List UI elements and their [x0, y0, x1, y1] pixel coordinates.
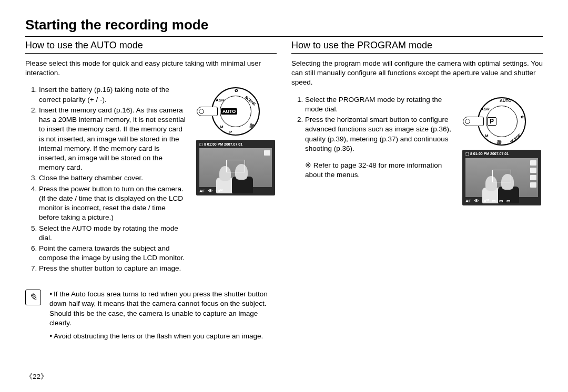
- redeye-icon: 👁: [474, 199, 479, 203]
- note-item-2: Avoid obstructing the lens or the flash …: [49, 332, 271, 342]
- auto-step-1: Insert the battery (p.16) taking note of…: [39, 85, 187, 104]
- focus-rect-icon: [492, 170, 511, 182]
- left-column: How to use the AUTO mode Please select t…: [25, 40, 277, 345]
- size-icon: [530, 168, 536, 173]
- dial-label-program: P: [487, 117, 496, 126]
- dial-label-auto: AUTO: [221, 108, 237, 115]
- drive-icon: ▭: [492, 199, 496, 203]
- mode-dial-program-icon: AUTO ✿ SCENE 🎥 M ASR P: [478, 97, 526, 146]
- note-item-1: If the Auto focus area turns to red when…: [49, 290, 271, 329]
- auto-step-5: Select the AUTO mode by rotating the mod…: [39, 224, 187, 243]
- auto-mode-body: Insert the battery (p.16) taking note of…: [25, 85, 277, 274]
- quality-icon: [530, 175, 536, 180]
- note-icon: ✎: [25, 290, 41, 305]
- program-mode-body: Select the PROGRAM mode by rotating the …: [291, 95, 543, 205]
- auto-step-7: Press the shutter button to capture an i…: [39, 264, 187, 273]
- page-title: Starting the recording mode: [25, 17, 543, 37]
- page-number: 《22》: [25, 372, 48, 381]
- right-column: How to use the PROGRAM mode Selecting th…: [291, 40, 543, 345]
- focus-rect-icon: [226, 160, 245, 172]
- lcd-count: 10ᴹ: [482, 199, 489, 203]
- note-list: If the Auto focus area turns to red when…: [49, 290, 271, 345]
- auto-mode-steps: Insert the battery (p.16) taking note of…: [28, 85, 187, 273]
- program-step-1: Select the PROGRAM mode by rotating the …: [305, 95, 453, 114]
- camera-icon: [530, 160, 536, 166]
- two-column-layout: How to use the AUTO mode Please select t…: [25, 40, 543, 345]
- lcd-count: 10ᴹ: [216, 189, 222, 193]
- lcd-top-status: ⬚ 8 01:00 PM 2007.07.01: [199, 141, 272, 147]
- mode-dial-auto-icon: ✿ SCENE 🎥 P M ASR AUTO: [211, 87, 260, 136]
- auto-step-3: Close the battery chamber cover.: [39, 173, 187, 183]
- dial-pointer-icon: [463, 117, 484, 126]
- lcd-right-icons: [263, 150, 271, 185]
- meter-icon: [530, 182, 536, 188]
- note-box: ✎ If the Auto focus area turns to red wh…: [25, 290, 277, 345]
- auto-mode-intro: Please select this mode for quick and ea…: [25, 59, 277, 78]
- ev-icon: ▭: [506, 199, 511, 203]
- lcd-bottom-status: AF 👁 10ᴹ: [199, 188, 272, 194]
- redeye-icon: 👁: [208, 189, 212, 193]
- auto-step-4: Press the power button to turn on the ca…: [39, 184, 187, 223]
- auto-step-6: Point the camera towards the subject and…: [39, 244, 187, 263]
- lcd-preview-auto: ⬚ 8 01:00 PM 2007.07.01 AF 👁 10ᴹ: [196, 140, 275, 195]
- lcd-af-label: AF: [465, 199, 471, 203]
- dial-pointer-icon: [197, 107, 218, 116]
- program-reference-note: ※ Refer to page 32-48 for more informati…: [291, 161, 453, 180]
- iso-icon: ▭: [499, 199, 503, 203]
- lcd-right-icons: [530, 160, 537, 195]
- program-mode-illustrations: AUTO ✿ SCENE 🎥 M ASR P ⬚ 8 01:00 PM 2007…: [461, 95, 543, 205]
- auto-mode-illustrations: ✿ SCENE 🎥 P M ASR AUTO ⬚ 8 01:00 PM 2007…: [195, 85, 277, 274]
- camera-icon: [264, 150, 270, 156]
- lcd-top-status: ⬚ 8 01:00 PM 2007.07.01: [465, 151, 538, 157]
- lcd-bottom-status: AF 👁 10ᴹ ▭ ▭ ▭: [465, 198, 538, 204]
- program-mode-steps: Select the PROGRAM mode by rotating the …: [295, 95, 453, 153]
- program-mode-heading: How to use the PROGRAM mode: [291, 40, 543, 54]
- auto-mode-steps-wrap: Insert the battery (p.16) taking note of…: [25, 85, 187, 274]
- lcd-af-label: AF: [199, 189, 205, 193]
- program-step-2: Press the horizontal smart button to con…: [305, 115, 453, 153]
- lcd-preview-program: ⬚ 8 01:00 PM 2007.07.01 AF �: [462, 150, 541, 205]
- auto-step-2: Insert the memory card (p.16). As this c…: [39, 106, 187, 173]
- program-mode-intro: Selecting the program mode will configur…: [291, 59, 543, 88]
- auto-mode-heading: How to use the AUTO mode: [25, 40, 277, 54]
- program-mode-text: Select the PROGRAM mode by rotating the …: [291, 95, 453, 205]
